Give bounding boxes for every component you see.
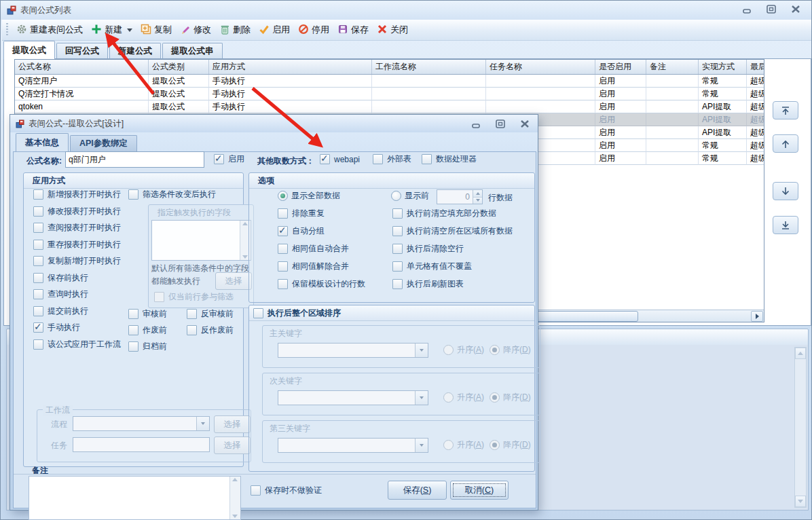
checkbox-apply-mode[interactable]: 提交前执行 [33,306,121,316]
column-header[interactable]: 任务名称 [486,60,595,74]
checkbox-option[interactable]: 自动分组 [278,226,365,236]
checkbox-option[interactable]: 执行前清空所在区域所有数据 [392,226,513,236]
copy-button[interactable]: 复制 [136,22,176,39]
dialog-maximize-button[interactable] [492,117,509,130]
checkbox-option[interactable]: 保留模板设计的行数 [278,279,365,289]
checkbox-apply-mode[interactable]: 新增报表打开时执行 [33,189,121,200]
checkbox-flow-stage[interactable]: 反作废前 [187,325,254,335]
tab-basic-info[interactable]: 基本信息 [16,133,69,151]
dialog-close-button[interactable] [516,117,534,130]
checkbox-apply-mode[interactable]: 查询时执行 [33,289,121,299]
checkbox-flow-stage[interactable]: 审核前 [128,309,187,319]
delete-button[interactable]: 删除 [215,22,255,39]
dialog-save-button[interactable]: 保存(S) [388,481,447,500]
column-header[interactable]: 公式名称 [15,60,149,74]
checkbox-apply-mode[interactable]: 手动执行 [33,322,121,333]
radio-ascending[interactable]: 升序(A) [443,392,484,403]
close-button[interactable]: 关闭 [373,22,412,39]
radio-ascending[interactable]: 升序(A) [443,345,484,355]
flow-combobox[interactable] [73,416,210,431]
edit-button[interactable]: 修改 [176,22,215,39]
move-up-button[interactable] [773,134,798,153]
checkbox-flow-stage[interactable]: 反审核前 [187,309,254,319]
task-input[interactable] [73,437,210,452]
tab-extract-formula[interactable]: 提取公式 [3,41,55,59]
radio-descending[interactable]: 降序(D) [490,345,531,355]
checkbox-webapi[interactable]: webapi [320,154,360,164]
vertical-scrollbar[interactable] [794,347,807,508]
radio-show-top[interactable]: 显示前 [391,191,429,201]
trigger-fields-listbox[interactable] [151,220,251,261]
column-header[interactable]: 最后 [747,60,764,74]
remark-textarea[interactable] [29,476,241,520]
checkbox-apply-mode[interactable]: 查阅报表打开时执行 [33,223,121,233]
checkbox-option[interactable]: 相同值自动合并 [278,244,365,254]
checkbox-no-validate-on-save[interactable]: 保存时不做验证 [251,485,322,496]
remark-scrollbar[interactable] [229,477,240,519]
vscroll-down-arrow[interactable] [795,496,806,507]
save-button[interactable]: 保存 [333,22,373,39]
sort-key-combobox[interactable] [278,390,428,405]
checkbox-apply-mode[interactable]: 修改报表打开时执行 [33,206,121,217]
checkbox-apply-mode[interactable]: 重存报表打开时执行 [33,240,121,250]
sort-key-combobox[interactable] [278,438,428,453]
tab-api-param-binding[interactable]: API参数绑定 [70,135,137,151]
minimize-button[interactable] [738,3,756,15]
maximize-button[interactable] [762,3,780,15]
table-row[interactable]: Q清空打卡情况提取公式手动执行启用常规超级 [15,88,764,100]
checkbox-option[interactable]: 执行后清除空行 [392,244,513,254]
dialog-cancel-button[interactable]: 取消(C) [450,481,509,500]
move-down-button[interactable] [773,182,798,200]
checkbox-apply-mode[interactable]: 该公式应用于工作流 [33,339,121,350]
checkbox-flow-stage[interactable]: 归档前 [128,341,187,352]
radio-descending[interactable]: 降序(D) [490,440,531,450]
checkbox-enabled[interactable]: 启用 [214,154,244,164]
column-header[interactable]: 工作流名称 [372,60,486,74]
rebuild-formula-button[interactable]: 重建表间公式 [12,22,87,39]
close-window-button[interactable] [787,3,805,15]
flow-select-button[interactable]: 选择 [214,415,251,433]
checkbox-filter-change[interactable]: 筛选条件改变后执行 [128,189,216,200]
checkbox-apply-mode[interactable]: 保存前执行 [33,273,121,283]
chevron-down-icon[interactable] [127,29,132,32]
checkbox-data-processor[interactable]: 数据处理器 [422,154,477,164]
spinner-down-button[interactable] [473,197,482,204]
new-button[interactable]: 新建 [87,22,136,39]
combo-arrow-button[interactable] [415,439,428,452]
checkbox-external-table[interactable]: 外部表 [373,154,411,164]
column-header[interactable]: 备注 [646,60,699,74]
hscroll-right-arrow[interactable] [751,311,763,322]
checkbox-only-current-row[interactable]: 仅当前行参与筛选 [154,292,234,302]
checkbox-sort-after-run[interactable]: 执行后整个区域排序 [253,308,341,318]
radio-show-all-data[interactable]: 显示全部数据 [278,191,340,201]
vscroll-up-arrow[interactable] [795,348,806,359]
move-bottom-button[interactable] [773,216,798,234]
checkbox-option[interactable]: 单元格有值不覆盖 [392,261,513,272]
radio-descending[interactable]: 降序(D) [490,392,531,403]
enable-button[interactable]: 启用 [255,22,294,39]
task-select-button[interactable]: 选择 [214,437,251,454]
tab-new-formula[interactable]: 新建公式 [109,43,161,59]
disable-button[interactable]: 停用 [294,22,333,39]
tab-writeback-formula[interactable]: 回写公式 [56,43,108,59]
move-top-button[interactable] [773,101,798,119]
radio-ascending[interactable]: 升序(A) [443,440,484,450]
spinner-up-button[interactable] [473,190,482,197]
trigger-select-button[interactable]: 选择 [215,272,252,290]
formula-name-input[interactable]: q部门用户 [65,151,204,168]
sort-key-combobox[interactable] [278,343,428,358]
dialog-minimize-button[interactable] [467,117,485,130]
checkbox-apply-mode[interactable]: 复制新增打开时执行 [33,256,121,266]
checkbox-flow-stage[interactable]: 作废前 [128,325,187,335]
checkbox-option[interactable]: 执行前清空填充部分数据 [392,208,513,219]
tab-extract-formula-chain[interactable]: 提取公式串 [162,43,223,59]
checkbox-option[interactable]: 执行后刷新图表 [392,279,513,289]
checkbox-option[interactable]: 相同值解除合并 [278,261,365,272]
combo-arrow-button[interactable] [415,343,428,357]
combo-arrow-button[interactable] [196,417,209,430]
column-header[interactable]: 应用方式 [209,60,372,74]
column-header[interactable]: 是否启用 [595,60,646,74]
column-header[interactable]: 公式类别 [149,60,209,74]
combo-arrow-button[interactable] [415,391,428,405]
top-rows-spinner[interactable]: 0 [437,189,483,204]
